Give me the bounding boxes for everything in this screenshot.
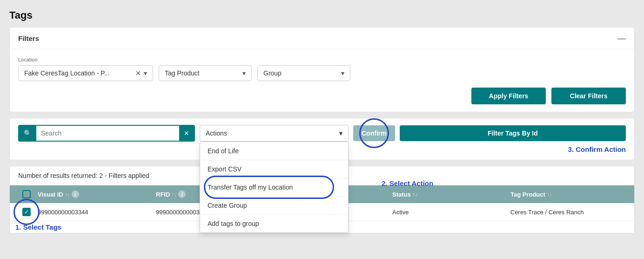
col-tag-product-label: Tag Product [510, 191, 545, 198]
col-status-label: Status [392, 191, 411, 198]
toolbar-card: 🔍 ✕ Actions ▾ End of Life Export CSV Tra… [9, 118, 635, 160]
step1-annotation: 1. Select Tags [15, 223, 61, 231]
filter-by-id-button[interactable]: Filter Tags By Id [400, 125, 626, 141]
toolbar-row: 🔍 ✕ Actions ▾ End of Life Export CSV Tra… [18, 125, 626, 142]
apply-filters-button[interactable]: Apply Filters [471, 88, 546, 104]
actions-label: Actions [206, 130, 227, 137]
filter-row: Fake CeresTag Location - P... ✕ ▾ Tag Pr… [18, 65, 626, 81]
confirm-wrapper: Confirm [353, 125, 395, 141]
visual-id-info-icon[interactable]: i [72, 191, 79, 198]
tag-product-icons: ▾ [242, 69, 246, 77]
location-dropdown[interactable]: Fake CeresTag Location - P... ✕ ▾ [18, 65, 153, 81]
tag-product-sort-icon[interactable]: ↑↓ [547, 192, 552, 197]
filters-header: Filters — [10, 27, 634, 49]
actions-chevron-icon: ▾ [339, 130, 342, 137]
tag-product-chevron-icon[interactable]: ▾ [242, 69, 246, 77]
col-visual-id-label: Visual ID [38, 191, 63, 198]
search-wrapper: 🔍 ✕ [18, 125, 195, 142]
confirm-button[interactable]: Confirm [353, 125, 395, 141]
rfid-sort-icon[interactable]: ↑↓ [172, 192, 176, 197]
col-rfid-label: RFID [156, 191, 170, 198]
header-checkbox-cell [15, 190, 38, 198]
location-value: Fake CeresTag Location - P... [24, 69, 132, 77]
col-status: Status ↑↓ [392, 191, 510, 198]
clear-filters-button[interactable]: Clear Filters [551, 88, 626, 104]
location-chevron-icon[interactable]: ▾ [144, 69, 147, 77]
action-create-group[interactable]: Create Group [200, 197, 348, 215]
row-tag-product: Ceres Trace / Ceres Ranch [510, 209, 629, 216]
filter-actions: Apply Filters Clear Filters [18, 88, 626, 104]
row-checkbox-cell: ✓ [15, 208, 38, 216]
col-tag-product: Tag Product ↑↓ [510, 191, 629, 198]
filters-title: Filters [18, 34, 39, 42]
header-checkbox[interactable] [22, 190, 31, 198]
actions-wrapper: Actions ▾ End of Life Export CSV Transfe… [200, 125, 349, 142]
group-icons: ▾ [341, 69, 344, 77]
actions-dropdown[interactable]: Actions ▾ [200, 125, 349, 142]
action-end-of-life[interactable]: End of Life [200, 142, 348, 160]
row-status: Active [392, 209, 510, 216]
visual-id-sort-icon[interactable]: ↑↓ [65, 192, 70, 197]
group-chevron-icon[interactable]: ▾ [341, 69, 344, 77]
transfer-circle-annotation [204, 176, 334, 199]
search-clear-button[interactable]: ✕ [179, 126, 194, 141]
col-visual-id: Visual ID ↑↓ i [38, 191, 156, 198]
action-export-csv[interactable]: Export CSV [200, 160, 348, 178]
row-checkbox[interactable]: ✓ [22, 208, 31, 216]
rfid-info-icon[interactable]: i [178, 191, 186, 198]
group-dropdown[interactable]: Group ▾ [257, 65, 350, 81]
search-input[interactable] [36, 126, 179, 141]
results-summary: Number of results returned: 2 - Filters … [18, 172, 149, 179]
filters-card: Filters — Location Fake CeresTag Locatio… [9, 27, 635, 112]
page-title: Tags [9, 9, 635, 21]
actions-dropdown-menu: End of Life Export CSV Transfer Tags off… [200, 142, 349, 233]
action-add-tags-to-group[interactable]: Add tags to group [200, 215, 348, 232]
tag-product-dropdown[interactable]: Tag Product ▾ [159, 65, 252, 81]
status-sort-icon[interactable]: ↑↓ [413, 192, 417, 197]
step3-annotation: 3. Confirm Action [568, 145, 626, 153]
group-value: Group [263, 69, 337, 77]
filters-body: Location Fake CeresTag Location - P... ✕… [10, 49, 634, 112]
row-visual-id: 999000000003344 [38, 209, 156, 216]
location-label: Location [18, 57, 626, 62]
action-transfer-tags[interactable]: Transfer Tags off my Location [200, 178, 348, 197]
row-checkbox-wrapper: ✓ [22, 208, 31, 216]
tag-product-value: Tag Product [165, 69, 239, 77]
location-clear-icon[interactable]: ✕ [135, 69, 141, 77]
filters-collapse-button[interactable]: — [617, 34, 626, 42]
location-dropdown-icons: ✕ ▾ [135, 69, 147, 77]
search-icon: 🔍 [19, 126, 36, 141]
